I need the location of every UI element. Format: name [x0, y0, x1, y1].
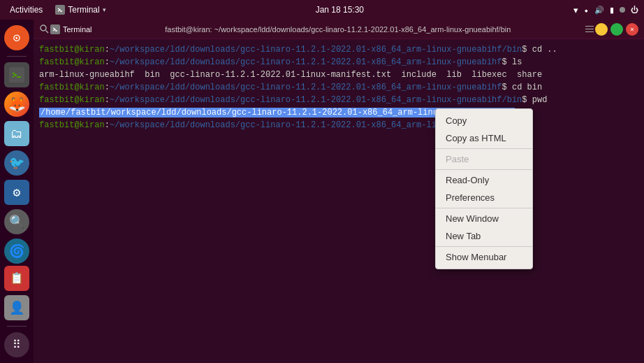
ctx-divider-3 — [436, 208, 532, 208]
tasks-icon: 📋 — [10, 271, 24, 285]
apps-grid-icon: ⠿ — [13, 338, 21, 352]
dock-bottom-section: 📋 👤 ⠿ — [0, 266, 34, 357]
firefox-icon: 🦊 — [8, 96, 26, 113]
tweaks-icon: ⚙ — [13, 185, 21, 200]
window-buttons: ✕ — [595, 23, 638, 36]
svg-line-4 — [46, 30, 49, 33]
terminal-window: Terminal fastbit@kiran: ~/workspace/ldd/… — [34, 20, 644, 363]
ubuntu-logo: ⊙ — [13, 30, 21, 45]
ctx-copy[interactable]: Copy — [436, 112, 532, 129]
dock-icon-tweaks[interactable]: ⚙ — [4, 180, 29, 205]
ctx-show-menubar[interactable]: Show Menubar — [436, 248, 532, 266]
activities-button[interactable]: Activities — [6, 3, 47, 16]
terminal-indicator[interactable]: Terminal ▾ — [55, 5, 105, 15]
top-bar-datetime: Jan 18 15:30 — [316, 5, 364, 15]
minimize-button[interactable] — [595, 23, 608, 36]
battery-icon: ▮ — [610, 6, 614, 15]
terminal-tab[interactable]: Terminal — [50, 24, 92, 34]
terminal-selected-line: /home/fastbit/workspace/ldd/downloads/gc… — [39, 106, 638, 119]
status-dot — [620, 7, 625, 13]
ctx-paste: Paste — [436, 150, 532, 168]
terminal-line-1: fastbit@kiran:~/workspace/ldd/downloads/… — [39, 43, 638, 56]
ctx-new-tab[interactable]: New Tab — [436, 227, 532, 245]
dock-divider-1 — [7, 56, 27, 57]
search-icon — [39, 24, 50, 35]
context-menu: Copy Copy as HTML Paste Read-Only Prefer… — [435, 108, 533, 269]
top-bar-left: Activities Terminal ▾ — [6, 3, 106, 16]
dock-icon-apps[interactable]: ⠿ — [4, 332, 29, 357]
ctx-copy-html[interactable]: Copy as HTML — [436, 129, 532, 147]
terminal-line-7: fastbit@kiran:~/workspace/ldd/downloads/… — [39, 119, 638, 131]
dock-icon-firefox[interactable]: 🦊 — [4, 92, 29, 117]
terminal-window-title: fastbit@kiran: ~/workspace/ldd/downloads… — [92, 25, 584, 34]
terminal-dropdown-arrow: ▾ — [103, 6, 106, 13]
close-button[interactable]: ✕ — [626, 23, 638, 36]
terminal-line-4: fastbit@kiran:~/workspace/ldd/downloads/… — [39, 81, 638, 94]
search-icon: 🔍 — [9, 214, 24, 229]
svg-point-3 — [41, 25, 46, 31]
dock-icon-person[interactable]: 👤 — [4, 295, 29, 320]
person-icon: 👤 — [9, 300, 24, 315]
terminal-content[interactable]: fastbit@kiran:~/workspace/ldd/downloads/… — [34, 39, 644, 363]
terminal-line-2: fastbit@kiran:~/workspace/ldd/downloads/… — [39, 56, 638, 69]
terminal-taskbar-label: Terminal — [68, 5, 99, 15]
dock-icon-terminal[interactable] — [4, 62, 29, 87]
dock-icon-blue-spiral[interactable]: 🌀 — [4, 239, 29, 264]
dock-icon-ubuntu[interactable]: ⊙ — [4, 25, 29, 50]
files-icon: 🗂 — [10, 127, 23, 141]
dock-icon-tasks[interactable]: 📋 — [4, 266, 29, 291]
thunderbird-icon: 🐦 — [9, 155, 24, 171]
dock-divider-2 — [7, 326, 27, 327]
top-bar-right: ▾ ⬥ 🔊 ▮ ⏻ — [573, 5, 638, 15]
terminal-icon — [9, 67, 24, 83]
network-icon: ▾ — [573, 5, 578, 15]
terminal-line-5: fastbit@kiran:~/workspace/ldd/downloads/… — [39, 94, 638, 106]
dock-icon-thunderbird[interactable]: 🐦 — [4, 150, 29, 176]
hamburger-menu[interactable] — [584, 24, 595, 35]
tab-terminal-icon — [50, 24, 60, 34]
maximize-button[interactable] — [610, 23, 623, 36]
dock-icon-files[interactable]: 🗂 — [4, 121, 29, 146]
blue-spiral-icon: 🌀 — [9, 243, 24, 259]
ctx-divider-2 — [436, 169, 532, 170]
ctx-readonly[interactable]: Read-Only — [436, 171, 532, 189]
ctx-new-window[interactable]: New Window — [436, 210, 532, 227]
volume-icon: 🔊 — [594, 6, 604, 15]
terminal-line-3: arm-linux-gnueabihf bin gcc-linaro-11.2.… — [39, 69, 638, 81]
search-button[interactable] — [39, 24, 50, 35]
top-bar: Activities Terminal ▾ Jan 18 15:30 ▾ ⬥ 🔊… — [0, 0, 644, 20]
dock-icon-search[interactable]: 🔍 — [4, 209, 29, 234]
tab-label: Terminal — [63, 25, 92, 34]
terminal-taskbar-icon — [55, 5, 65, 15]
terminal-titlebar: Terminal fastbit@kiran: ~/workspace/ldd/… — [34, 20, 644, 39]
ctx-preferences[interactable]: Preferences — [436, 189, 532, 206]
bluetooth-icon: ⬥ — [584, 6, 589, 14]
power-icon: ⏻ — [631, 6, 638, 14]
ctx-divider-4 — [436, 246, 532, 247]
ctx-divider-1 — [436, 148, 532, 149]
left-dock: ⊙ 🦊 🗂 🐦 ⚙ 🔍 🌀 📋 👤 ⠿ — [0, 20, 34, 363]
